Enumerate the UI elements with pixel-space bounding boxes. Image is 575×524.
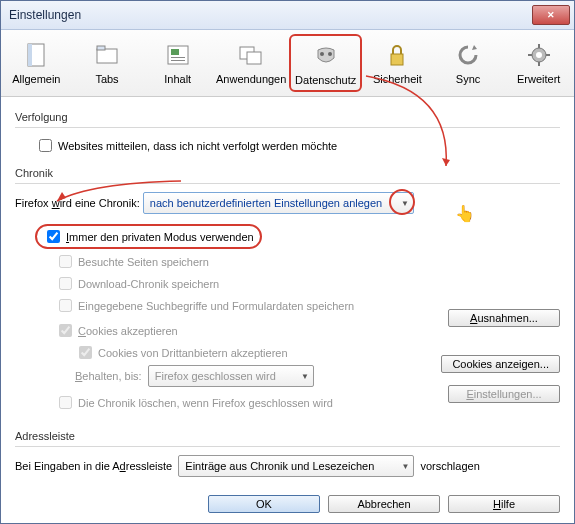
svg-rect-6 <box>171 57 185 58</box>
addressbar-suffix: vorschlagen <box>420 460 479 472</box>
dialog-buttons: OK Abbrechen Hilfe <box>208 495 560 513</box>
svg-point-14 <box>536 52 542 58</box>
tab-general[interactable]: Allgemein <box>1 34 72 92</box>
downloads-checkbox <box>59 277 72 290</box>
titlebar: Einstellungen ✕ <box>1 1 574 30</box>
lock-icon <box>381 39 413 71</box>
annotation-circle <box>389 189 415 215</box>
gear-icon <box>523 39 555 71</box>
help-button[interactable]: Hilfe <box>448 495 560 513</box>
tab-applications[interactable]: Anwendungen <box>213 34 289 92</box>
exceptions-button[interactable]: Ausnahmen... <box>448 309 560 327</box>
content-icon <box>162 39 194 71</box>
tracking-checkbox[interactable] <box>39 139 52 152</box>
svg-point-11 <box>328 52 332 56</box>
addressbar-dropdown[interactable]: Einträge aus Chronik und Lesezeichen▼ <box>178 455 414 477</box>
tab-content[interactable]: Inhalt <box>142 34 213 92</box>
svg-rect-2 <box>97 49 117 63</box>
settings-button: Einstellungen... <box>448 385 560 403</box>
history-title: Chronik <box>15 167 560 179</box>
close-button[interactable]: ✕ <box>532 5 570 25</box>
svg-rect-9 <box>247 52 261 64</box>
cancel-button[interactable]: Abbrechen <box>328 495 440 513</box>
visited-checkbox <box>59 255 72 268</box>
history-mode-label: Firefox wird eine Chronik: <box>15 197 140 209</box>
private-mode-checkbox[interactable] <box>47 230 60 243</box>
tab-security[interactable]: Sicherheit <box>362 34 433 92</box>
tracking-label: Websites mitteilen, dass ich nicht verfo… <box>58 140 337 152</box>
history-mode-dropdown[interactable]: nach benutzerdefinierten Einstellungen a… <box>143 192 414 214</box>
chevron-down-icon: ▼ <box>301 372 309 381</box>
addressbar-title: Adressleiste <box>15 430 560 442</box>
tab-tabs[interactable]: Tabs <box>72 34 143 92</box>
keep-dropdown: Firefox geschlossen wird▼ <box>148 365 314 387</box>
cookies-checkbox <box>59 324 72 337</box>
tracking-title: Verfolgung <box>15 111 560 123</box>
private-mode-highlight: Immer den privaten Modus verwenden <box>35 224 262 249</box>
chevron-down-icon: ▼ <box>401 462 409 471</box>
pointer-cursor: 👆 <box>455 204 475 223</box>
svg-rect-12 <box>391 54 403 65</box>
tab-privacy[interactable]: Datenschutz <box>289 34 362 92</box>
svg-rect-7 <box>171 60 185 61</box>
tab-sync[interactable]: Sync <box>433 34 504 92</box>
svg-rect-5 <box>171 49 179 55</box>
svg-rect-1 <box>28 44 32 66</box>
show-cookies-button[interactable]: Cookies anzeigen... <box>441 355 560 373</box>
clear-close-checkbox <box>59 396 72 409</box>
svg-point-10 <box>320 52 324 56</box>
tab-advanced[interactable]: Erweitert <box>503 34 574 92</box>
thirdparty-checkbox <box>79 346 92 359</box>
keep-label: Behalten, bis: <box>75 370 142 382</box>
svg-rect-3 <box>97 46 105 50</box>
ok-button[interactable]: OK <box>208 495 320 513</box>
toolbar: Allgemein Tabs Inhalt Anwendungen Datens… <box>1 30 574 97</box>
mask-icon <box>310 40 342 72</box>
addressbar-label: Bei Eingaben in die Adressleiste <box>15 460 172 472</box>
folder-icon <box>91 39 123 71</box>
window-title: Einstellungen <box>5 8 532 22</box>
forms-checkbox <box>59 299 72 312</box>
private-mode-label: Immer den privaten Modus verwenden <box>66 231 254 243</box>
page-icon <box>20 39 52 71</box>
cookies-label: Cookies akzeptieren <box>78 325 178 337</box>
sync-icon <box>452 39 484 71</box>
windows-icon <box>235 39 267 71</box>
